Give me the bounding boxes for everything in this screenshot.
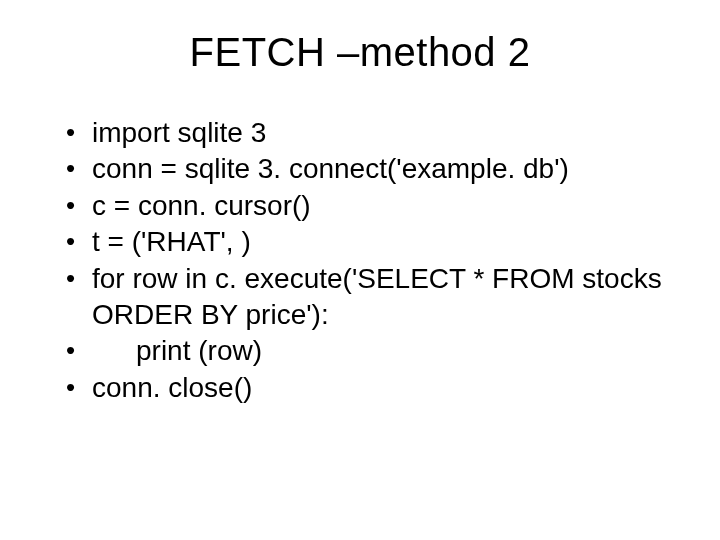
- bullet-text: conn = sqlite 3. connect('example. db'): [92, 153, 569, 184]
- list-item: conn = sqlite 3. connect('example. db'): [60, 151, 670, 187]
- bullet-text: c = conn. cursor(): [92, 190, 311, 221]
- list-item: print (row): [60, 333, 670, 369]
- bullet-text: for row in c. execute('SELECT * FROM sto…: [92, 263, 662, 330]
- list-item: c = conn. cursor(): [60, 188, 670, 224]
- bullet-list: import sqlite 3 conn = sqlite 3. connect…: [60, 115, 670, 406]
- bullet-text: conn. close(): [92, 372, 252, 403]
- list-item: for row in c. execute('SELECT * FROM sto…: [60, 261, 670, 334]
- list-item: conn. close(): [60, 370, 670, 406]
- slide: FETCH –method 2 import sqlite 3 conn = s…: [0, 0, 720, 540]
- list-item: import sqlite 3: [60, 115, 670, 151]
- bullet-text: t = ('RHAT', ): [92, 226, 251, 257]
- bullet-text: import sqlite 3: [92, 117, 266, 148]
- slide-title: FETCH –method 2: [50, 30, 670, 75]
- list-item: t = ('RHAT', ): [60, 224, 670, 260]
- bullet-text: print (row): [92, 333, 262, 369]
